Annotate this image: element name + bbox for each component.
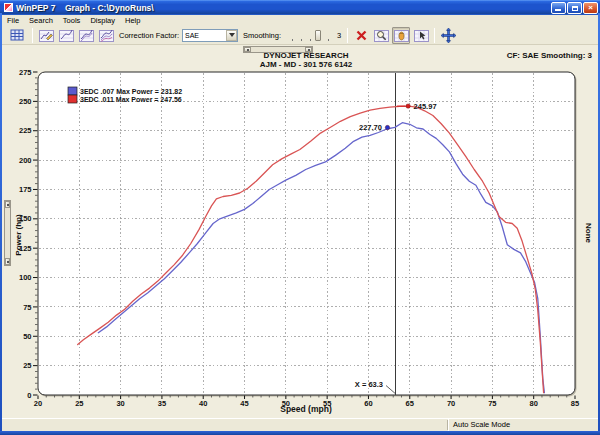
select-graph-button[interactable] xyxy=(412,27,430,44)
annotation-red-value: 245.97 xyxy=(414,102,437,111)
x-pan-scrollbar[interactable] xyxy=(243,46,313,53)
move-cursor-button[interactable] xyxy=(439,27,457,44)
menu-tools[interactable]: Tools xyxy=(58,16,86,25)
chevron-down-icon xyxy=(229,33,235,37)
zoom-graph-button[interactable] xyxy=(372,27,390,44)
clear-graph-button[interactable] xyxy=(352,27,370,44)
scroll-left-button[interactable] xyxy=(244,47,251,52)
select-arrow-icon xyxy=(414,29,429,42)
correction-factor-value: SAE xyxy=(185,32,199,39)
graph-edit-icon xyxy=(39,29,54,42)
titlebar[interactable]: WinPEP 7 Graph - C:\DynoRuns\ × xyxy=(0,0,600,15)
y-tick-label: 100 xyxy=(19,273,32,282)
minimize-icon xyxy=(555,9,561,11)
cursor-x-label: X = 63.3 xyxy=(355,380,383,389)
toolbar-separator xyxy=(347,28,348,43)
status-panel-left xyxy=(2,420,448,430)
statusbar: Auto Scale Mode xyxy=(2,418,598,431)
move-cross-icon xyxy=(441,28,456,43)
dyno-chart: 2025303540455055606570758085025507510012… xyxy=(0,45,600,418)
scroll-down-button[interactable] xyxy=(5,258,10,265)
correction-factor-select[interactable]: SAE xyxy=(182,29,238,42)
correction-factor-label: Correction Factor: xyxy=(119,31,179,40)
restore-button[interactable] xyxy=(567,2,582,14)
app-icon xyxy=(4,3,13,12)
status-mode-text: Auto Scale Mode xyxy=(453,420,510,429)
graph-dual-icon xyxy=(79,29,94,42)
annotation-dot xyxy=(385,125,389,129)
graph-mode-single-button[interactable] xyxy=(57,27,75,44)
minimize-button[interactable] xyxy=(551,2,566,14)
toolbar-separator xyxy=(32,28,33,43)
x-tick-label: 30 xyxy=(116,399,124,408)
legend-entry-blue: 3EDC .007 Max Power = 231.82 xyxy=(80,88,182,95)
y-tick-label: 200 xyxy=(19,156,32,165)
toolbar-separator xyxy=(434,28,435,43)
y-tick-label: 225 xyxy=(19,126,32,135)
x-tick-label: 75 xyxy=(488,399,496,408)
x-tick-label: 35 xyxy=(158,399,166,408)
x-tick-label: 40 xyxy=(199,399,207,408)
y-tick-label: 0 xyxy=(27,391,31,400)
legend-marker-blue xyxy=(68,87,77,95)
y-tick-label: 50 xyxy=(23,332,31,341)
y-tick-label: 275 xyxy=(19,68,32,77)
smoothing-slider[interactable] xyxy=(286,29,332,42)
graph-page: 2025303540455055606570758085025507510012… xyxy=(2,45,598,418)
menu-file[interactable]: File xyxy=(2,16,24,25)
y-tick-label: 75 xyxy=(23,303,31,312)
graph-multi-icon xyxy=(99,29,114,42)
x-tick-label: 70 xyxy=(447,399,455,408)
x-axis-label: Speed (mph) xyxy=(280,404,332,414)
smoothing-value: 3 xyxy=(337,31,341,40)
runs-table-icon xyxy=(10,29,24,41)
menubar: File Search Tools Display Help xyxy=(2,15,598,26)
right-axis-label: None xyxy=(584,223,593,244)
combo-dropdown-button[interactable] xyxy=(226,30,237,41)
y-tick-label: 250 xyxy=(19,97,32,106)
y-tick-label: 175 xyxy=(19,185,32,194)
x-tick-label: 80 xyxy=(530,399,538,408)
restore-icon xyxy=(572,6,578,11)
window-title: WinPEP 7 Graph - C:\DynoRuns\ xyxy=(16,3,154,13)
legend-marker-red xyxy=(68,95,77,103)
smoothing-slider-handle[interactable] xyxy=(315,30,321,41)
pan-graph-button[interactable] xyxy=(392,27,410,44)
status-panel-mode: Auto Scale Mode xyxy=(448,419,598,431)
x-tick-label: 85 xyxy=(571,399,579,408)
graph-settings-readout: CF: SAE Smoothing: 3 xyxy=(507,51,593,60)
red-x-icon xyxy=(355,29,368,42)
winpep-window: WinPEP 7 Graph - C:\DynoRuns\ × File Sea… xyxy=(0,0,600,435)
x-tick-label: 20 xyxy=(34,399,42,408)
zoom-icon xyxy=(374,29,389,42)
scroll-right-button[interactable] xyxy=(305,47,312,52)
graph-mode-dual-button[interactable] xyxy=(77,27,95,44)
smoothing-label: Smoothing: xyxy=(243,31,281,40)
x-tick-label: 65 xyxy=(406,399,414,408)
menu-display[interactable]: Display xyxy=(85,16,120,25)
menu-search[interactable]: Search xyxy=(24,16,58,25)
graph-mode-multi-button[interactable] xyxy=(97,27,115,44)
window-border-left xyxy=(0,13,2,435)
x-tick-label: 25 xyxy=(75,399,83,408)
menu-help[interactable]: Help xyxy=(120,16,145,25)
annotation-dot xyxy=(406,104,410,108)
y-pan-scrollbar[interactable] xyxy=(4,200,11,266)
close-button[interactable]: × xyxy=(583,2,598,14)
legend-entry-red: 3EDC .011 Max Power = 247.56 xyxy=(80,96,182,103)
plot-area[interactable] xyxy=(38,72,575,395)
runs-table-button[interactable] xyxy=(6,27,28,44)
y-axis-label: Power (hp) xyxy=(14,214,23,256)
x-tick-label: 45 xyxy=(240,399,248,408)
window-border-bottom xyxy=(0,431,600,435)
toolbar: Correction Factor: SAE Smoothing: 3 xyxy=(2,26,598,45)
graph-subtitle: AJM - MD - 301 576 6142 xyxy=(260,60,353,69)
x-tick-label: 60 xyxy=(364,399,372,408)
graph-single-icon xyxy=(59,29,74,42)
annotation-blue-value: 227.70 xyxy=(359,123,382,132)
graph-edit-mode-button[interactable] xyxy=(37,27,55,44)
scroll-up-button[interactable] xyxy=(5,201,10,208)
pan-hand-icon xyxy=(394,29,409,42)
y-tick-label: 25 xyxy=(23,361,31,370)
window-controls: × xyxy=(551,2,598,14)
